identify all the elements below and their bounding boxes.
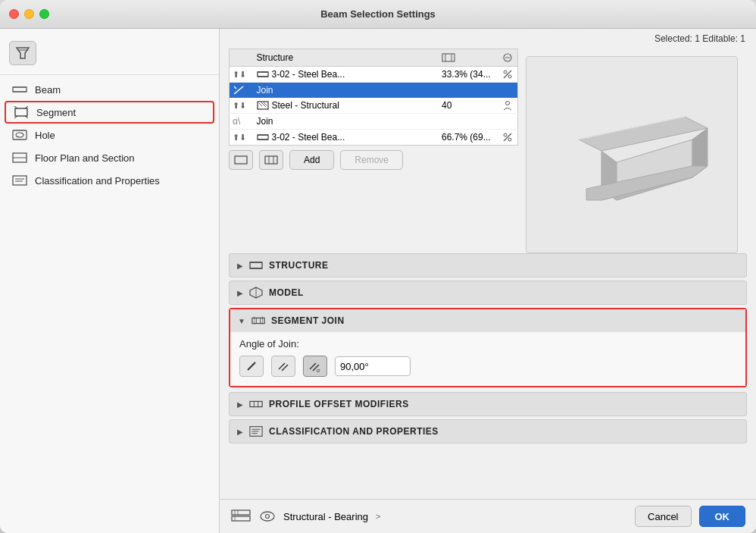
minimize-button[interactable]: [24, 9, 34, 19]
profile-triangle: ▶: [237, 400, 243, 409]
profile-offset-section-header[interactable]: ▶ PROFILE OFFSET MODIFIERS: [229, 392, 747, 416]
row2-text: Join: [257, 85, 273, 96]
add-button[interactable]: Add: [289, 150, 334, 170]
structure-section-title: STRUCTURE: [269, 260, 329, 271]
beam-sidebar-icon: [12, 83, 27, 96]
sidebar: Beam Segment: [0, 29, 220, 533]
segment-join-triangle: ▼: [238, 317, 245, 325]
table-row[interactable]: ⬆⬇ 3-02 - Steel Bea...: [230, 130, 518, 146]
svg-point-27: [508, 75, 511, 78]
svg-rect-22: [258, 72, 268, 77]
sidebar-label-hole: Hole: [35, 130, 55, 141]
svg-rect-68: [250, 401, 262, 406]
row1-text: 3-02 - Steel Bea...: [272, 69, 345, 80]
percent2-icon: [502, 132, 513, 143]
rect-icon: [234, 155, 248, 165]
svg-point-26: [504, 71, 507, 74]
sidebar-label-classification: Classification and Properties: [35, 175, 160, 187]
row4-text: Join: [257, 116, 273, 127]
filter-icon-button[interactable]: [9, 41, 36, 65]
table-buttons: Add Remove: [229, 146, 518, 174]
sidebar-label-segment: Segment: [36, 107, 76, 118]
close-button[interactable]: [9, 9, 19, 19]
angle-double-icon: [276, 359, 290, 373]
col-value: [437, 49, 498, 67]
sidebar-item-beam[interactable]: Beam: [0, 78, 219, 101]
svg-rect-42: [265, 156, 277, 164]
join-cut-icon: [233, 85, 245, 96]
angle-alpha-btn[interactable]: α: [303, 356, 327, 377]
row3-text: Steel - Structural: [272, 100, 339, 111]
svg-line-38: [504, 133, 511, 141]
main-content: Beam Segment: [0, 29, 756, 533]
hatch-icon: [257, 100, 269, 111]
traffic-lights: [9, 9, 49, 19]
sidebar-item-floor-plan[interactable]: Floor Plan and Section: [0, 146, 219, 169]
angle-row: α: [239, 356, 736, 377]
ok-button[interactable]: OK: [699, 506, 746, 527]
structure-section-header[interactable]: ▶ STRUCTURE: [229, 253, 747, 277]
svg-rect-5: [15, 108, 27, 116]
svg-point-34: [506, 102, 510, 105]
model-section-title: MODEL: [269, 287, 304, 298]
table-row[interactable]: α\ Join: [230, 114, 518, 130]
cancel-button[interactable]: Cancel: [635, 506, 691, 527]
model-triangle: ▶: [237, 289, 243, 297]
col-arrow: [230, 49, 252, 67]
svg-point-11: [16, 133, 23, 137]
sidebar-item-classification[interactable]: Classification and Properties: [0, 169, 219, 192]
svg-point-39: [504, 133, 507, 136]
classification-section-header[interactable]: ▶ CLASSIFICATION AND PROPERTIES: [229, 419, 747, 444]
svg-line-25: [504, 71, 511, 78]
svg-rect-2: [13, 87, 27, 92]
structure-triangle: ▶: [237, 262, 243, 270]
structure-table: Structure: [229, 49, 518, 146]
angle-double-btn[interactable]: [271, 356, 295, 377]
maximize-button[interactable]: [39, 9, 49, 19]
resize-icon: [442, 52, 455, 63]
sidebar-toolbar: [0, 35, 219, 75]
angle-label: Angle of Join:: [239, 338, 736, 350]
svg-marker-0: [17, 48, 29, 58]
segment-join-header[interactable]: ▼ SEGMENT JOIN: [230, 309, 745, 332]
selected-info: Selected: 1 Editable: 1: [654, 33, 745, 44]
table-row[interactable]: Join: [230, 83, 518, 99]
row3-value: 40: [437, 98, 498, 114]
svg-text:α: α: [317, 367, 320, 374]
sidebar-item-hole[interactable]: Hole: [0, 124, 219, 146]
model-section-header[interactable]: ▶ MODEL: [229, 281, 747, 305]
segment-join-body: Angle of Join:: [230, 332, 745, 386]
svg-line-29: [234, 86, 236, 89]
eye-icon: [259, 508, 276, 525]
beam-row2-icon: [257, 132, 269, 143]
classification-section-icon: [249, 425, 263, 438]
segment-sidebar-icon: [14, 106, 29, 118]
table-icon-btn-1[interactable]: [229, 150, 253, 170]
percent-icon: [502, 69, 513, 80]
segment-join-title: SEGMENT JOIN: [271, 315, 345, 326]
svg-rect-17: [442, 54, 455, 61]
sidebar-label-floor-plan: Floor Plan and Section: [35, 152, 135, 164]
svg-rect-35: [258, 135, 268, 140]
beam-preview: [526, 56, 738, 253]
angle-single-btn[interactable]: [239, 356, 264, 377]
row1-value: 33.3% (34...: [437, 67, 498, 83]
sidebar-item-segment[interactable]: Segment: [5, 101, 214, 124]
segment-icon: [264, 155, 278, 165]
segment-join-icon: [251, 314, 265, 328]
svg-rect-14: [13, 176, 27, 185]
table-icon-btn-2[interactable]: [259, 150, 283, 170]
classification-section-title: CLASSIFICATION AND PROPERTIES: [269, 426, 439, 437]
model-section-icon: [249, 286, 263, 299]
layer-selector[interactable]: Structural - Bearing >: [283, 511, 627, 522]
remove-button[interactable]: Remove: [340, 150, 403, 170]
filter-icon: [15, 46, 30, 60]
beam-3d-preview: [541, 79, 723, 230]
table-row[interactable]: ⬆⬇ 3-02 - Steel Bea...: [230, 67, 518, 83]
sidebar-items: Beam Segment: [0, 75, 219, 192]
table-row[interactable]: ⬆⬇ Steel -: [230, 98, 518, 114]
angle-input[interactable]: [335, 356, 411, 376]
angle-single-icon: [245, 359, 258, 373]
segment-join-wrapper: ▼ SEGMENT JOIN: [229, 308, 747, 387]
bottom-bar: Structural - Bearing > Cancel OK: [220, 499, 756, 533]
